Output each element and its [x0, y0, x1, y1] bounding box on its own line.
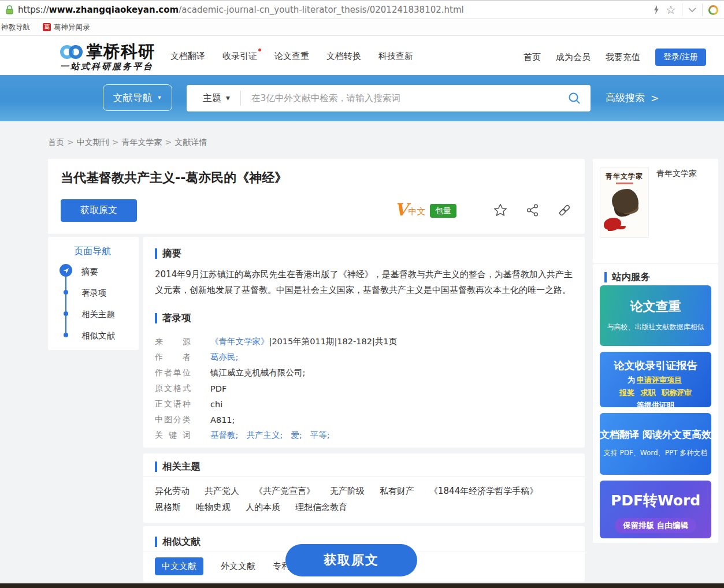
- topic-item[interactable]: 《共产党宣言》: [254, 486, 315, 497]
- page-nav-item-related-topics[interactable]: 相关主题: [81, 309, 115, 320]
- browser-profile-icon[interactable]: [708, 5, 718, 15]
- page-content: 首页>中文期刊>青年文学家>文献详情 当代基督教共产主义--葛亦民的《神经》 获…: [0, 121, 724, 583]
- paper-plane-icon: [60, 264, 72, 277]
- service-banner-doc-translate[interactable]: 文档翻译 阅读外文更高效 支持 PDF、Word、PPT 多种文档: [600, 413, 711, 475]
- chevron-down-icon: ▼: [226, 95, 230, 101]
- tab-foreign-docs[interactable]: 外文文献: [221, 561, 255, 572]
- divider: [143, 477, 585, 477]
- page-nav-item-bibliography[interactable]: 著录项: [81, 288, 107, 299]
- keyword-link[interactable]: 平等;: [310, 430, 330, 441]
- nav-home[interactable]: 首页: [523, 52, 541, 63]
- topic-item[interactable]: 无产阶级: [330, 486, 365, 497]
- notification-dot: [258, 49, 261, 51]
- search-scope-dropdown[interactable]: 主题 ▼: [203, 92, 230, 105]
- topic-item[interactable]: 恩格斯: [155, 502, 181, 513]
- similar-heading: 相似文献: [162, 535, 201, 548]
- service-link-apply-review[interactable]: 申请评审项目: [637, 375, 682, 384]
- breadcrumb-home[interactable]: 首页: [48, 137, 64, 147]
- bibliography-section-header: 著录项: [155, 312, 191, 325]
- bib-row-classification: 中图分类 A811;: [155, 412, 397, 427]
- nav-doc-convert[interactable]: 文档转换: [326, 51, 361, 62]
- bookmark-star-icon[interactable]: ☆: [666, 4, 676, 16]
- divider: [240, 91, 241, 106]
- floating-get-fulltext-button[interactable]: 获取原文: [285, 544, 417, 576]
- bib-label: 原文格式: [155, 384, 191, 394]
- nav-tech-novelty[interactable]: 科技查新: [378, 51, 413, 62]
- bib-value: chi: [210, 400, 222, 409]
- service-banner-citation-report[interactable]: 论文收录引证报告 为申请评审项目 报奖 求职 职称评审 等提供证明: [600, 352, 711, 407]
- journal-cover-title: 青年文学家: [600, 172, 648, 181]
- chevron-down-icon[interactable]: [688, 8, 696, 13]
- search-button[interactable]: [567, 91, 581, 105]
- journal-cover-image[interactable]: 青年文学家: [600, 168, 649, 238]
- service-banner-pdf-to-word[interactable]: PDF转Word 保留排版 自由编辑: [600, 481, 711, 538]
- bib-label: 关键词: [155, 430, 191, 441]
- service-link-job[interactable]: 求职: [641, 388, 656, 397]
- breadcrumb-journal[interactable]: 青年文学家: [121, 137, 162, 147]
- favorite-star-icon[interactable]: [493, 203, 508, 218]
- timeline-dot: [64, 333, 68, 337]
- nav-citation-label: 收录引证: [222, 51, 257, 61]
- bib-label: 中图分类: [155, 415, 191, 425]
- bibliography-heading: 著录项: [162, 312, 191, 325]
- copy-link-icon[interactable]: [557, 203, 572, 218]
- bib-value: A811;: [210, 415, 235, 425]
- nav-become-member[interactable]: 成为会员: [556, 52, 591, 63]
- topic-item[interactable]: 《1844年经济学哲学手稿》: [429, 486, 538, 497]
- browser-address-bar: https://www.zhangqiaokeyan.com/academic-…: [0, 0, 724, 19]
- nav-recharge[interactable]: 我要充值: [606, 52, 640, 63]
- topic-item[interactable]: 共产党人: [205, 486, 239, 497]
- keyword-link[interactable]: 共产主义;: [246, 430, 283, 441]
- keyword-link[interactable]: 基督教;: [210, 430, 238, 441]
- bookmark-item[interactable]: 葛葛神异闻录: [43, 23, 90, 32]
- nav-doc-translate[interactable]: 文档翻译: [170, 51, 205, 62]
- breadcrumb-cn-journal[interactable]: 中文期刊: [77, 137, 109, 147]
- literature-nav-button[interactable]: 文献导航 ▼: [103, 84, 172, 111]
- service-line-proof: 等提供证明: [600, 400, 711, 407]
- page-nav-item-similar-docs[interactable]: 相似文献: [81, 330, 115, 341]
- service-banner-plagiarism[interactable]: 论文查重 与高校、出版社文献数据库相似: [600, 285, 711, 346]
- bib-row-author: 作者 葛亦民;: [155, 349, 397, 365]
- main-nav: 文档翻译 收录引证 论文查重 文档转换 科技查新: [170, 51, 413, 62]
- bib-value: PDF: [210, 384, 227, 393]
- page-nav-item-abstract[interactable]: 摘要: [81, 266, 98, 277]
- logo-tagline: 一站式科研服务平台: [60, 61, 154, 72]
- nav-plagiarism-check[interactable]: 论文查重: [274, 51, 309, 62]
- site-logo[interactable]: 掌桥科研: [60, 40, 155, 64]
- author-link[interactable]: 葛亦民;: [210, 352, 238, 362]
- topic-item[interactable]: 私有财产: [380, 486, 414, 497]
- topic-item[interactable]: 异化劳动: [155, 486, 190, 497]
- service-link-award[interactable]: 报奖: [619, 388, 634, 397]
- related-topics-card: 相关主题 异化劳动 共产党人 《共产党宣言》 无产阶级 私有财产 《1844年经…: [143, 453, 585, 523]
- advanced-search-link[interactable]: 高级搜索 >: [606, 91, 659, 105]
- journal-link[interactable]: 《青年文学家》: [210, 337, 269, 346]
- breadcrumb: 首页>中文期刊>青年文学家>文献详情: [48, 137, 207, 148]
- service-line: 为申请评审项目: [600, 375, 711, 385]
- search-input[interactable]: [251, 93, 567, 103]
- service-link-title-review[interactable]: 职称评审: [662, 388, 692, 397]
- topic-item[interactable]: 唯物史观: [196, 502, 231, 513]
- service-title: 论文收录引证报告: [600, 359, 711, 373]
- get-fulltext-button[interactable]: 获取原文: [61, 199, 137, 222]
- url-domain: www.zhangqiaokeyan.com: [49, 5, 179, 15]
- cover-red-splash: [604, 218, 621, 230]
- timeline-line: [65, 270, 66, 335]
- keyword-link[interactable]: 爱;: [291, 430, 302, 441]
- section-accent-bar: [155, 537, 157, 547]
- bib-row-keywords: 关键词 基督教; 共产主义; 爱; 平等;: [155, 427, 397, 443]
- document-header-card: 当代基督教共产主义--葛亦民的《神经》 获取原文 V中文 包量: [48, 159, 585, 234]
- package-badge: 包量: [430, 204, 456, 218]
- breadcrumb-separator: >: [112, 137, 119, 147]
- flash-icon[interactable]: [653, 5, 660, 15]
- share-icon[interactable]: [525, 203, 540, 218]
- login-register-button[interactable]: 登录/注册: [655, 49, 706, 66]
- divider: [682, 3, 682, 16]
- cover-red-mark: [616, 183, 633, 184]
- topic-item[interactable]: 人的本质: [246, 502, 280, 513]
- nav-citation[interactable]: 收录引证: [222, 51, 257, 62]
- journal-name-link[interactable]: 青年文学家: [656, 169, 697, 179]
- url-bar[interactable]: https://www.zhangqiaokeyan.com/academic-…: [18, 5, 653, 15]
- topic-item[interactable]: 理想信念教育: [295, 502, 347, 513]
- bookmark-item[interactable]: 神教导航: [1, 23, 30, 32]
- tab-chinese-docs[interactable]: 中文文献: [155, 557, 203, 575]
